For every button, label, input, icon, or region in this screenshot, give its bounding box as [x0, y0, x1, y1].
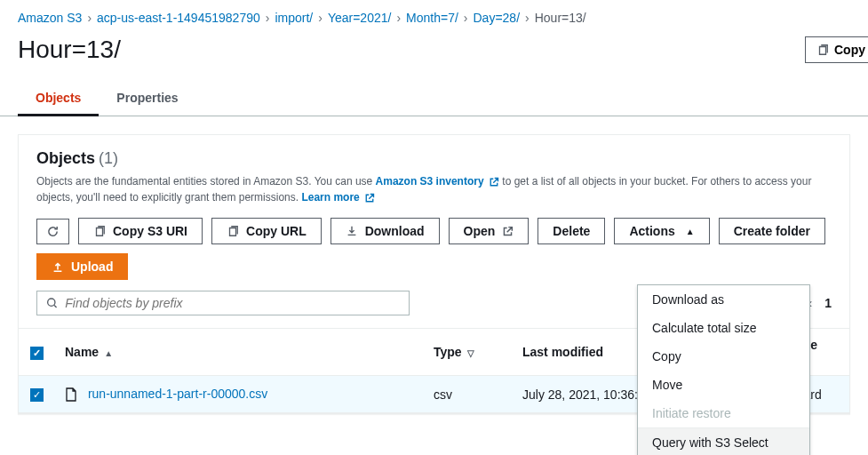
action-initiate-restore: Initiate restore — [638, 399, 809, 427]
actions-button[interactable]: Actions ▲ — [614, 218, 709, 244]
pagination: ‹ 1 — [808, 296, 832, 310]
sort-icon: ▽ — [467, 348, 474, 358]
delete-button[interactable]: Delete — [538, 218, 605, 244]
action-copy[interactable]: Copy — [638, 342, 809, 371]
search-input-container — [36, 291, 410, 315]
chevron-right-icon: › — [266, 11, 270, 25]
copy-url-button[interactable]: Copy URL — [211, 218, 322, 244]
open-button[interactable]: Open — [449, 218, 530, 244]
s3-inventory-link[interactable]: Amazon S3 inventory — [376, 175, 503, 188]
tabs: Objects Properties — [0, 82, 868, 116]
file-icon — [65, 387, 77, 402]
action-move[interactable]: Move — [638, 371, 809, 399]
panel-title-text: Objects — [36, 149, 95, 168]
copy-button[interactable]: Copy — [805, 36, 868, 63]
object-type: csv — [423, 376, 512, 413]
upload-icon — [52, 260, 64, 273]
svg-point-0 — [48, 299, 55, 306]
actions-dropdown: Download as Calculate total size Copy Mo… — [637, 284, 810, 455]
refresh-button[interactable] — [36, 219, 69, 244]
sort-asc-icon: ▲ — [104, 348, 113, 358]
breadcrumb-item[interactable]: acp-us-east-1-149451982790 — [97, 11, 260, 25]
copy-icon — [227, 225, 239, 237]
column-type[interactable]: Type▽ — [423, 329, 512, 376]
chevron-right-icon: › — [525, 11, 530, 25]
breadcrumb: Amazon S3› acp-us-east-1-149451982790› i… — [0, 0, 868, 36]
external-link-icon — [489, 177, 499, 188]
chevron-right-icon: › — [464, 11, 468, 25]
action-download-as[interactable]: Download as — [638, 285, 809, 314]
create-folder-button[interactable]: Create folder — [719, 218, 825, 244]
action-calculate-total-size[interactable]: Calculate total size — [638, 314, 809, 342]
object-count: (1) — [99, 149, 118, 168]
row-checkbox[interactable]: ✓ — [30, 388, 44, 402]
chevron-right-icon: › — [396, 11, 401, 25]
breadcrumb-item[interactable]: import/ — [275, 11, 313, 25]
copy-icon — [816, 44, 829, 56]
object-name-link[interactable]: run-unnamed-1-part-r-00000.csv — [88, 387, 267, 401]
tab-properties[interactable]: Properties — [99, 82, 195, 116]
chevron-right-icon: › — [318, 11, 323, 25]
learn-more-link[interactable]: Learn more — [301, 191, 375, 204]
panel-description: Objects are the fundamental entities sto… — [36, 173, 832, 205]
download-button[interactable]: Download — [330, 218, 440, 244]
external-link-icon — [502, 226, 514, 237]
page-number: 1 — [824, 296, 832, 310]
refresh-icon — [46, 225, 60, 238]
download-icon — [346, 225, 358, 237]
breadcrumb-item[interactable]: Amazon S3 — [18, 11, 82, 25]
select-all-checkbox[interactable]: ✓ — [30, 347, 44, 360]
page-title: Hour=13/ — [18, 36, 121, 64]
chevron-right-icon: › — [87, 11, 92, 25]
copy-icon — [93, 225, 106, 237]
column-name[interactable]: Name▲ — [54, 329, 423, 376]
external-link-icon — [364, 193, 375, 204]
search-icon — [46, 297, 58, 309]
breadcrumb-item[interactable]: Month=7/ — [406, 11, 458, 25]
action-query-s3-select[interactable]: Query with S3 Select — [638, 427, 809, 455]
upload-button[interactable]: Upload — [36, 253, 128, 280]
breadcrumb-current: Hour=13/ — [535, 11, 586, 25]
caret-up-icon: ▲ — [686, 227, 695, 236]
breadcrumb-item[interactable]: Year=2021/ — [328, 11, 392, 25]
search-input[interactable] — [65, 296, 400, 310]
copy-s3-uri-button[interactable]: Copy S3 URI — [78, 218, 203, 244]
tab-objects[interactable]: Objects — [18, 82, 99, 116]
breadcrumb-item[interactable]: Day=28/ — [474, 11, 521, 25]
